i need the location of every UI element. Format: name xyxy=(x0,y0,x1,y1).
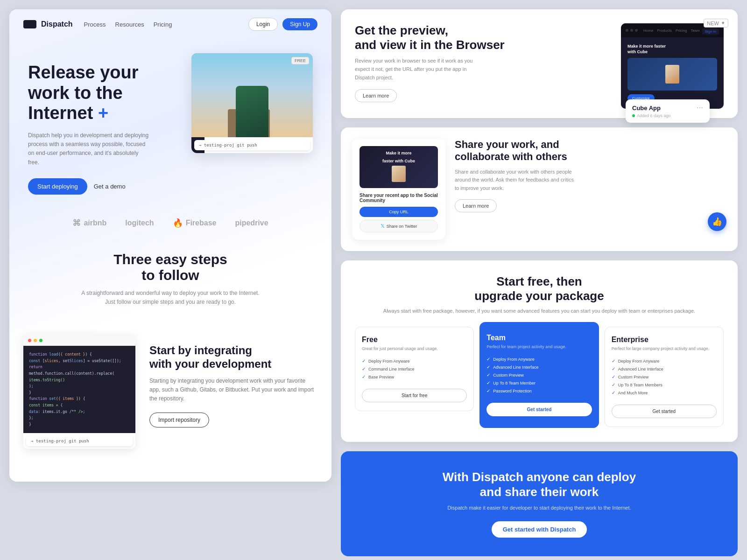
cta-button[interactable]: Get started with Dispatch xyxy=(492,521,587,538)
share-text: Share your work, and collaborate with ot… xyxy=(455,139,726,231)
cube-figure xyxy=(665,65,679,84)
hero-buttons: Start deploying Get a demo xyxy=(28,178,182,195)
price-card-free: Free Great for just personal usage and u… xyxy=(355,327,474,412)
code-dot-green xyxy=(39,339,42,342)
share-app-preview: Make it more faster with Cube xyxy=(359,146,438,188)
code-window: function load({ content }) { const [slic… xyxy=(23,335,135,449)
check-icon: ✓ xyxy=(486,388,490,393)
get-demo-button[interactable]: Get a demo xyxy=(94,183,126,190)
price-subtitle-team: Perfect for team project activity and us… xyxy=(486,344,592,350)
logo-airbnb: ⌘ airbnb xyxy=(72,218,106,228)
check-icon: ✓ xyxy=(486,372,490,378)
hero-section: Release your work to the Internet + Disp… xyxy=(9,39,331,204)
share-wrapper: Make it more faster with Cube Share your… xyxy=(341,127,738,251)
price-subtitle-free: Great for just personal usage and usage. xyxy=(362,346,467,352)
brand: Dispatch xyxy=(23,20,73,28)
browser-nav-team: Team xyxy=(691,28,700,33)
share-section: Make it more faster with Cube Share your… xyxy=(352,139,726,240)
browser-app-subtitle: with Cube xyxy=(627,49,717,54)
price-feature-ent-4: ✓ Up To 8 Team Members xyxy=(612,382,717,387)
hero-image xyxy=(191,53,313,137)
browser-nav-home: Home xyxy=(643,28,653,33)
integration-text: Start by integrating with your developme… xyxy=(149,335,317,427)
left-panel: Dispatch Process Resources Pricing Login… xyxy=(9,9,331,482)
copy-url-button[interactable]: Copy URL xyxy=(359,207,438,217)
pricing-section: Start free, then upgrade your package Al… xyxy=(341,260,738,442)
share-overlay-text: Make it more faster with Cube xyxy=(379,147,419,188)
nav-links: Process Resources Pricing xyxy=(84,21,237,28)
browser-section-wrapper: Get the preview, and view it in the Brow… xyxy=(341,9,738,118)
browser-dot-3 xyxy=(635,29,638,32)
twitter-icon: 𝕏 xyxy=(381,223,385,229)
hero-text: Release your work to the Internet + Disp… xyxy=(28,53,182,195)
code-dot-red xyxy=(28,339,31,342)
integration-cmd: → testing-proj git push xyxy=(26,436,133,446)
share-twitter-button[interactable]: 𝕏 Share on Twitter xyxy=(359,220,438,232)
cube-app-card-header: Cube App ⋯ xyxy=(632,104,703,112)
browser-nav-products: Products xyxy=(657,28,672,33)
price-feature-team-5: ✓ Password Protection xyxy=(486,388,592,393)
firebase-icon: 🔥 xyxy=(173,218,183,228)
price-feature-team-3: ✓ Custom Preview xyxy=(486,372,592,378)
cta-description: Dispatch make it easier for developer to… xyxy=(359,504,719,512)
browser-app-image xyxy=(627,58,717,91)
logo-logitech: logitech xyxy=(125,219,154,227)
brand-name: Dispatch xyxy=(41,20,73,28)
start-free-button[interactable]: Start for free xyxy=(362,389,467,402)
browser-description: Review your work in browser to see if it… xyxy=(355,57,486,82)
thumbs-up-icon: 👍 xyxy=(708,212,726,231)
team-get-started-button[interactable]: Get started xyxy=(486,403,592,416)
price-feature-ent-3: ✓ Custom Preview xyxy=(612,374,717,379)
check-icon: ✓ xyxy=(486,364,490,370)
star-icon: ✦ xyxy=(721,20,725,26)
price-name-team: Team xyxy=(486,334,592,342)
price-feature-team-4: ✓ Up To 8 Team Member xyxy=(486,380,592,385)
price-subtitle-enterprise: Perfect for large company project activi… xyxy=(612,346,717,352)
browser-preview: Home Products Pricing Team Sign in Make … xyxy=(621,23,724,109)
airbnb-icon: ⌘ xyxy=(72,218,81,228)
logo-firebase: 🔥 Firebase xyxy=(173,218,217,228)
start-deploying-button[interactable]: Start deploying xyxy=(28,178,87,195)
browser-dot-1 xyxy=(626,29,628,32)
check-icon: ✓ xyxy=(612,374,615,379)
price-feature-ent-2: ✓ Advanced Line Interface xyxy=(612,366,717,371)
check-icon: ✓ xyxy=(612,366,615,371)
check-icon: ✓ xyxy=(362,358,366,364)
cube-app-more-icon[interactable]: ⋯ xyxy=(697,104,703,112)
price-feature-ent-1: ✓ Deploy From Anyware xyxy=(612,358,717,364)
nav-resources[interactable]: Resources xyxy=(115,21,144,28)
browser-text: Get the preview, and view it in the Brow… xyxy=(355,23,610,102)
cta-section: With Dispatch anyone can deploy and shar… xyxy=(341,451,738,556)
browser-title: Get the preview, and view it in the Brow… xyxy=(355,23,610,52)
signup-button[interactable]: Sign Up xyxy=(282,18,317,30)
steps-section: Three easy steps to follow A straightfor… xyxy=(9,242,331,335)
nav-pricing[interactable]: Pricing xyxy=(154,21,172,28)
pricing-title: Start free, then upgrade your package xyxy=(355,274,724,303)
share-description: Share and collaborate your work with oth… xyxy=(455,168,576,193)
share-card: Make it more faster with Cube Share your… xyxy=(352,139,445,240)
price-feature-free-1: ✓ Deploy From Anyware xyxy=(362,358,467,364)
free-badge: FREE xyxy=(291,57,309,64)
browser-section: Get the preview, and view it in the Brow… xyxy=(341,9,738,118)
price-feature-ent-5: ✓ And Much More xyxy=(612,390,717,395)
nav-process[interactable]: Process xyxy=(84,21,106,28)
enterprise-get-started-button[interactable]: Get started xyxy=(612,405,717,418)
code-topbar xyxy=(23,335,135,346)
login-button[interactable]: Login xyxy=(248,18,278,31)
integration-description: Starting by integrating you development … xyxy=(149,377,317,404)
share-learn-more-button[interactable]: Learn more xyxy=(455,199,497,212)
new-badge: NEW ✦ xyxy=(704,19,728,28)
import-repository-button[interactable]: Import repository xyxy=(149,413,209,427)
logos-section: ⌘ airbnb logitech 🔥 Firebase pipedrive xyxy=(9,204,331,242)
cta-title: With Dispatch anyone can deploy and shar… xyxy=(359,470,719,499)
steps-title: Three easy steps to follow xyxy=(28,252,313,283)
hero-image-card: FREE → testing-proj git push xyxy=(191,53,313,153)
check-icon: ✓ xyxy=(612,382,615,387)
browser-learn-more-button[interactable]: Learn more xyxy=(355,89,397,102)
price-card-enterprise: Enterprise Perfect for large company pro… xyxy=(605,327,724,427)
cube-app-name: Cube App xyxy=(632,105,661,112)
check-icon: ✓ xyxy=(486,357,490,362)
price-feature-team-1: ✓ Deploy From Anyware xyxy=(486,357,592,362)
share-title: Share your work, and collaborate with ot… xyxy=(455,139,726,163)
check-icon: ✓ xyxy=(362,366,366,371)
